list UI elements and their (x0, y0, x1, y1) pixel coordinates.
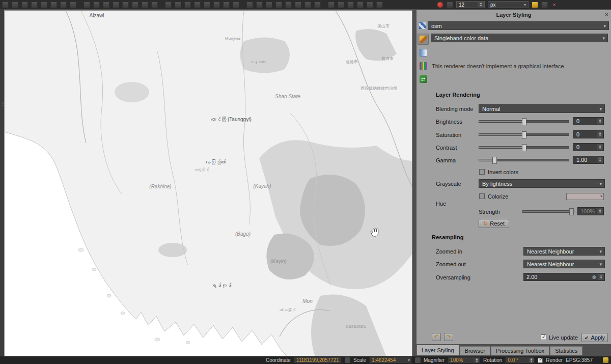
brightness-slider[interactable] (479, 117, 569, 125)
filter-icon[interactable] (532, 2, 538, 8)
apply-button[interactable]: ✔ Apply (581, 333, 608, 342)
toolbar-icon[interactable] (12, 2, 18, 8)
magnifier-spinbox[interactable]: 100% (448, 357, 480, 363)
toolbar-icon[interactable] (31, 2, 38, 8)
toolbar-icon[interactable] (275, 2, 282, 8)
render-checkbox[interactable] (538, 358, 543, 363)
crs-status[interactable]: EPSG:3857 (566, 357, 593, 363)
toolbar-icon[interactable] (367, 2, 373, 8)
toolbar-icon[interactable] (233, 2, 239, 8)
reset-button[interactable]: ↻ Reset (479, 219, 509, 228)
toolbar-icon[interactable] (266, 2, 272, 8)
contrast-slider[interactable] (479, 143, 569, 151)
grayscale-dropdown[interactable]: By lightness (479, 179, 605, 188)
histogram-tab[interactable] (418, 60, 429, 71)
colorize-color-swatch[interactable] (566, 193, 604, 200)
spinner-arrows-icon[interactable] (598, 274, 604, 280)
layer-selector[interactable]: osm (428, 21, 609, 30)
toolbar-icon[interactable] (213, 2, 220, 8)
invert-colors-checkbox[interactable] (479, 169, 485, 175)
tab-layer-styling[interactable]: Layer Styling (416, 345, 459, 355)
oversampling-spinbox[interactable]: 2.00 ⊗ (523, 273, 605, 281)
style-undo-button[interactable]: ↶ (432, 333, 441, 341)
spinner-arrows-icon[interactable] (475, 358, 479, 362)
close-toolbar-icon[interactable]: × (551, 2, 558, 8)
spinner-arrows-icon[interactable] (529, 358, 534, 362)
toolbar-icon[interactable] (194, 2, 201, 8)
tab-browser[interactable]: Browser (460, 346, 490, 355)
saturation-spinbox[interactable]: 0 (573, 130, 604, 138)
toolbar-icon[interactable] (21, 2, 28, 8)
symbology-tab[interactable] (418, 34, 429, 45)
toolbar-icon[interactable] (184, 2, 191, 8)
colorize-checkbox[interactable] (479, 193, 485, 199)
transparency-tab[interactable] (418, 47, 429, 58)
toolbar-icon[interactable] (357, 2, 364, 8)
toolbar-icon[interactable] (103, 2, 109, 8)
toolbar-icon[interactable] (84, 2, 90, 8)
collapsed-panel-handle[interactable] (0, 9, 4, 356)
toolbar-icon[interactable] (256, 2, 263, 8)
contrast-spinbox[interactable]: 0 (573, 143, 604, 151)
unit-dropdown[interactable]: px (488, 1, 529, 8)
strength-slider[interactable] (522, 207, 574, 215)
tab-processing-toolbox[interactable]: Processing Toolbox (491, 346, 549, 355)
toolbar-icon[interactable] (70, 2, 76, 8)
tab-statistics[interactable]: Statistics (550, 346, 582, 355)
toolbar-icon[interactable] (295, 2, 301, 8)
toolbar-icon[interactable] (347, 2, 354, 8)
toolbar-icon[interactable] (113, 2, 119, 8)
toolbar-icon[interactable] (204, 2, 210, 8)
toolbar-icon[interactable] (93, 2, 100, 8)
messages-icon[interactable] (603, 357, 608, 363)
magnifier-lock-icon[interactable] (415, 357, 421, 363)
zoomed-in-dropdown[interactable]: Nearest Neighbour (523, 247, 605, 256)
toolbar-icon[interactable] (41, 2, 47, 8)
toolbar-icon[interactable] (2, 2, 9, 8)
toolbar-icon[interactable] (151, 2, 158, 8)
extent-lock-icon[interactable] (345, 357, 350, 363)
toolbar-icon[interactable] (328, 2, 335, 8)
spinner-arrows-icon[interactable] (597, 118, 603, 124)
coordinate-input[interactable]: 11181199,2057721 (294, 357, 342, 363)
blending-mode-dropdown[interactable]: Normal (479, 104, 605, 113)
gamma-spinbox[interactable]: 1.00 (573, 156, 604, 164)
toolbar-icon[interactable] (50, 2, 57, 8)
record-icon[interactable] (437, 2, 443, 8)
saturation-slider[interactable] (479, 130, 569, 138)
toolbar-icon[interactable] (314, 2, 321, 8)
spinner-arrows-icon[interactable] (597, 208, 603, 214)
style-redo-button[interactable]: ↷ (444, 333, 453, 341)
toolbar-icon[interactable] (285, 2, 292, 8)
spinner-arrows-icon[interactable] (478, 2, 484, 7)
zoomed-out-dropdown[interactable]: Nearest Neighbour (523, 260, 605, 268)
strength-spinbox[interactable]: 100% (577, 207, 604, 215)
toolbar-icon[interactable] (304, 2, 311, 8)
toolbar-icon[interactable] (122, 2, 129, 8)
toolbar-icon[interactable] (60, 2, 67, 8)
toolbar-icon[interactable] (541, 2, 548, 8)
toolbar-icon[interactable] (223, 2, 230, 8)
spinner-arrows-icon[interactable] (597, 144, 603, 150)
rotation-spinbox[interactable]: 0.0 ° (505, 357, 535, 363)
font-size-spinbox[interactable]: 12 (456, 1, 485, 8)
toolbar-icon[interactable] (447, 2, 453, 8)
renderer-dropdown[interactable]: Singleband color data (431, 34, 608, 42)
toolbar-icon[interactable] (338, 2, 344, 8)
toolbar-icon[interactable] (142, 2, 148, 8)
toolbar-icon[interactable] (246, 2, 253, 8)
toolbar-icon[interactable] (165, 2, 172, 8)
toolbar-icon[interactable] (376, 2, 383, 8)
map-canvas[interactable]: AizawlMonywa保山市临沧市普洱市西双版纳傣族自治州Shan State… (4, 10, 412, 356)
brightness-spinbox[interactable]: 0 (573, 117, 604, 125)
clear-value-icon[interactable]: ⊗ (592, 274, 597, 280)
gamma-slider[interactable] (479, 156, 569, 164)
toolbar-icon[interactable] (175, 2, 181, 8)
close-panel-icon[interactable]: × (605, 11, 608, 19)
live-update-checkbox[interactable] (541, 334, 546, 340)
history-tab[interactable]: ⇄ (418, 73, 429, 85)
toolbar-icon[interactable] (132, 2, 138, 8)
scale-dropdown[interactable]: 1:4622454 (369, 357, 412, 363)
spinner-arrows-icon[interactable] (597, 157, 603, 163)
spinner-arrows-icon[interactable] (597, 131, 603, 137)
